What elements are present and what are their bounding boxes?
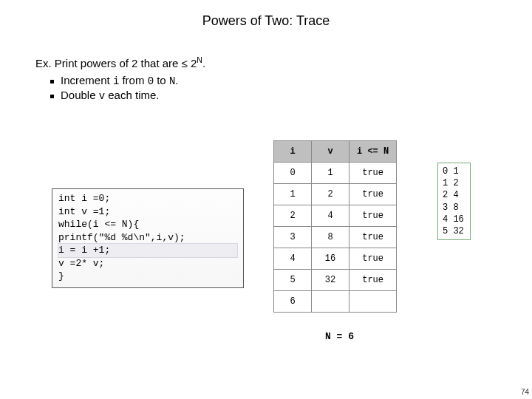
code-line-1: int i =0; [58, 192, 237, 205]
bullet-2-var-v: v [99, 90, 105, 102]
cell: 0 [274, 163, 312, 184]
cell: 1 [312, 163, 349, 184]
output-line: 5 32 [443, 226, 464, 236]
bullet-1-zero: 0 [148, 75, 154, 87]
cell: true [349, 248, 397, 270]
code-line-6: v =2* v; [58, 257, 237, 270]
bullet-1-post: . [175, 74, 178, 86]
example-line: Ex. Print powers of 2 that are ≤ 2N. [35, 55, 497, 69]
bullet-2-pre: Double [61, 89, 99, 101]
cell: 4 [312, 205, 349, 227]
code-line-4: printf("%d %d\n",i,v); [58, 231, 237, 245]
le-symbol: ≤ [182, 57, 188, 69]
cell: 6 [274, 291, 312, 313]
page-number: 74 [521, 388, 529, 396]
exponent-n: N [197, 55, 202, 64]
output-box: 0 1 1 2 2 4 3 8 4 16 5 32 [437, 163, 471, 240]
cell: true [349, 205, 397, 227]
cell: true [349, 227, 397, 248]
output-line: 4 16 [443, 214, 464, 225]
bullet-1: Increment i from 0 to N. [49, 74, 497, 87]
slide: Powers of Two: Trace Ex. Print powers of… [0, 0, 532, 399]
cell: true [349, 184, 397, 205]
th-i: i [274, 141, 312, 163]
cell: 3 [274, 227, 312, 248]
cell: 16 [312, 248, 349, 270]
table-row: 532true [274, 270, 397, 291]
table-row: 01true [274, 163, 397, 184]
cell: true [349, 270, 397, 291]
cell: 2 [312, 184, 349, 205]
output-line: 3 8 [443, 202, 459, 213]
example-text-2: . [202, 57, 205, 69]
cell: 1 [274, 184, 312, 205]
n-equals-label: N = 6 [325, 331, 354, 342]
output-line: 0 1 [443, 166, 459, 177]
cell: 5 [274, 270, 312, 291]
code-line-2: int v =1; [58, 205, 237, 219]
output-line: 2 4 [443, 190, 459, 200]
table-header-row: i v i <= N [274, 141, 397, 163]
bullet-2-post: each time. [105, 89, 159, 101]
table-row: 38true [274, 227, 397, 248]
th-cond: i <= N [349, 141, 397, 163]
two: 2 [188, 57, 197, 69]
code-line-5-highlight: i = i +1; [58, 244, 237, 257]
table-row: 6 [274, 291, 397, 313]
cell: true [349, 163, 397, 184]
bullet-2: Double v each time. [49, 89, 497, 102]
example-text-1: Print powers of 2 that are [52, 57, 182, 69]
trace-table: i v i <= N 01true 12true 24true 38true 4… [273, 140, 397, 313]
th-v: v [312, 141, 349, 163]
bullet-1-mid2: to [154, 74, 169, 86]
slide-body: Ex. Print powers of 2 that are ≤ 2N. Inc… [0, 29, 532, 102]
table-row: 12true [274, 184, 397, 205]
cell: 2 [274, 205, 312, 227]
example-label: Ex. [35, 57, 52, 69]
code-line-7: } [58, 270, 237, 283]
cell [349, 291, 397, 313]
bullet-list: Increment i from 0 to N. Double v each t… [49, 74, 497, 102]
output-line: 1 2 [443, 178, 459, 188]
code-line-3: while(i <= N){ [58, 218, 237, 231]
cell: 4 [274, 248, 312, 270]
code-box: int i =0; int v =1; while(i <= N){ print… [52, 188, 244, 288]
bullet-1-pre: Increment [61, 74, 113, 86]
cell: 32 [312, 270, 349, 291]
bullet-1-mid: from [119, 74, 147, 86]
table-row: 24true [274, 205, 397, 227]
slide-title: Powers of Two: Trace [0, 0, 532, 29]
cell: 8 [312, 227, 349, 248]
table-row: 416true [274, 248, 397, 270]
cell [312, 291, 349, 313]
